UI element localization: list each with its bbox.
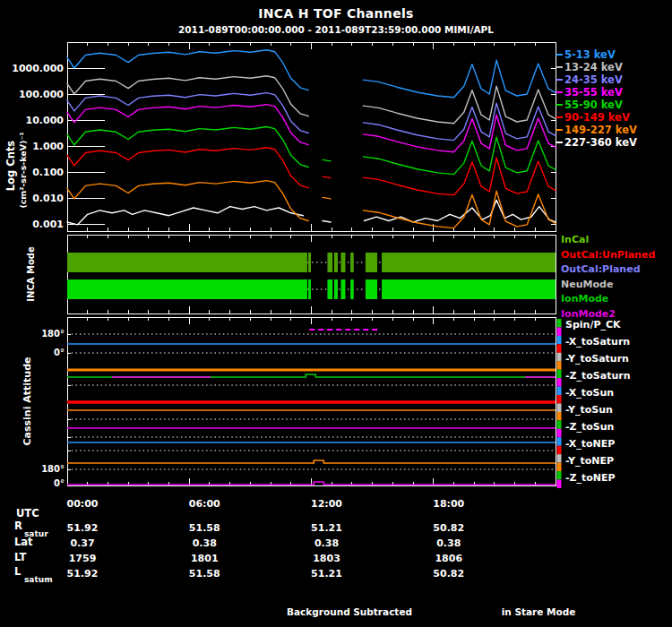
- attitude-legend-marker: [557, 319, 562, 327]
- table-value: 0.38: [193, 537, 217, 549]
- spectra-series-24-35 keV: [67, 93, 308, 133]
- ion-mode-bar: [67, 279, 307, 299]
- attitude-legend-label: -Y_toSaturn: [565, 353, 629, 365]
- utc-tick-label: 06:00: [189, 498, 220, 510]
- attitude-legend-marker: [557, 404, 562, 412]
- spectra-legend-label: 149-227 keV: [564, 124, 637, 136]
- attitude-legend-marker: [557, 361, 562, 369]
- neu-mode-bar: [382, 253, 556, 272]
- ion-mode-bar: [334, 279, 338, 299]
- utc-tick-label: 12:00: [311, 498, 342, 510]
- attitude-legend-marker: [557, 454, 562, 462]
- spectra-legend-label: 13-24 keV: [564, 61, 623, 73]
- neu-mode-bar: [67, 253, 307, 272]
- spectra-legend-label: 5-13 keV: [564, 48, 616, 61]
- attitude-legend-marker: [557, 471, 562, 479]
- ion-mode-bar: [366, 279, 377, 299]
- spectra-y-axis-units-label: (cm²-sr-s-keV)⁻¹: [18, 132, 28, 208]
- table-value: 0.38: [314, 537, 339, 549]
- spectra-legend-label: 55-90 keV: [564, 99, 623, 111]
- background-subtracted-note: Background Subtracted: [287, 606, 412, 617]
- neu-mode-bar: [350, 253, 354, 272]
- attitude-legend-marker: [557, 336, 562, 344]
- spectra-series-227-360 keV: [365, 200, 556, 222]
- inca-tof-plot-window: INCA H TOF Channels 2011-089T00:00:00.00…: [0, 0, 672, 627]
- neu-mode-bar: [366, 253, 377, 272]
- ion-mode-bar: [382, 279, 556, 299]
- table-value: 1759: [69, 553, 97, 564]
- attitude-legend-marker: [557, 344, 562, 352]
- table-value: 1806: [435, 553, 462, 564]
- attitude-legend-marker: [557, 395, 562, 403]
- utc-tick-label: 18:00: [433, 498, 464, 510]
- attitude-legend-marker: [557, 437, 562, 445]
- y-axis-tick-label: 0.100: [32, 167, 64, 178]
- table-value: 0.38: [436, 537, 461, 549]
- mode-legend-label: IonMode: [561, 293, 608, 305]
- table-value: 50.82: [433, 522, 464, 534]
- table-row-label: L: [14, 565, 21, 578]
- table-value: 0.37: [70, 537, 94, 549]
- y-axis-tick-label: 1000.000: [12, 63, 64, 74]
- spectra-legend-label: 227-360 keV: [564, 136, 637, 149]
- attitude-legend-marker: [557, 327, 562, 335]
- table-value: 51.92: [67, 522, 99, 534]
- spectra-legend-label: 90-149 keV: [564, 111, 630, 124]
- attitude-legend-marker: [557, 420, 562, 428]
- attitude-legend-marker: [557, 387, 562, 395]
- y-axis-tick-label: 10.000: [26, 115, 65, 126]
- attitude-legend-label: -X_toNEP: [565, 438, 615, 450]
- attitude-legend-label: -X_toSun: [565, 387, 614, 399]
- attitude-legend-label: -Y_toNEP: [565, 455, 614, 467]
- panel-frame: [67, 42, 556, 231]
- ion-mode-bar: [350, 279, 354, 299]
- attitude-legend-marker: [557, 480, 562, 488]
- table-value: 1803: [313, 553, 340, 564]
- table-value: 51.21: [311, 522, 342, 534]
- mode-panel-y-label: INCA Mode: [26, 246, 36, 302]
- spectra-series-55-90 keV: [363, 137, 556, 175]
- spectra-series-149-227 keV: [67, 181, 308, 221]
- spectra-legend-label: 24-35 keV: [564, 73, 623, 86]
- y-axis-tick-label: 100.000: [19, 89, 64, 100]
- attitude-legend-label: Spin/P_CK: [565, 319, 621, 331]
- spectra-series-5-13 keV: [67, 50, 308, 90]
- attitude-axis-label: 180°: [41, 329, 65, 339]
- table-value: 51.58: [189, 568, 220, 580]
- attitude-legend-label: -Z_toSaturn: [565, 370, 631, 382]
- table-value: 1801: [191, 553, 219, 564]
- attitude-legend-marker: [557, 429, 562, 437]
- ion-mode-bar: [327, 279, 332, 299]
- neu-mode-bar: [308, 253, 311, 272]
- spectra-series-fragment: [323, 197, 331, 199]
- neu-mode-bar: [334, 253, 338, 272]
- spectra-series-35-55 keV: [67, 105, 308, 145]
- utc-tick-label: 00:00: [66, 498, 98, 510]
- neu-mode-bar: [327, 253, 332, 272]
- attitude-legend-marker: [557, 463, 562, 471]
- attitude-legend-label: -Z_toSun: [565, 421, 614, 433]
- attitude-legend-marker: [557, 378, 562, 386]
- attitude-legend-label: -X_toSaturn: [565, 336, 630, 348]
- neu-mode-bar: [340, 253, 345, 272]
- table-value: 51.92: [67, 568, 99, 580]
- attitude-legend-marker: [557, 446, 562, 454]
- stare-mode-note: in Stare Mode: [502, 606, 576, 617]
- spectra-series-227-360 keV: [67, 207, 303, 225]
- attitude-legend-marker: [557, 412, 562, 420]
- mode-legend-label: OutCal:Planed: [561, 263, 641, 275]
- ion-mode-bar: [340, 279, 345, 299]
- spectra-series-5-13 keV: [363, 60, 556, 98]
- table-row-label: LT: [14, 551, 26, 563]
- spectra-series-90-149 keV: [363, 158, 556, 195]
- attitude-axis-label: 0°: [54, 478, 65, 488]
- ion-mode-bar: [308, 279, 311, 299]
- table-value: 51.21: [311, 568, 342, 580]
- attitude-axis-label: 180°: [41, 464, 65, 474]
- y-axis-tick-label: 0.010: [32, 193, 64, 204]
- table-row-label-subscript: satum: [24, 575, 53, 584]
- spectra-legend-label: 35-55 keV: [564, 86, 623, 99]
- spectra-series-fragment: [323, 159, 331, 160]
- spectra-series-149-227 keV: [363, 191, 556, 228]
- table-row-label: R: [14, 520, 22, 532]
